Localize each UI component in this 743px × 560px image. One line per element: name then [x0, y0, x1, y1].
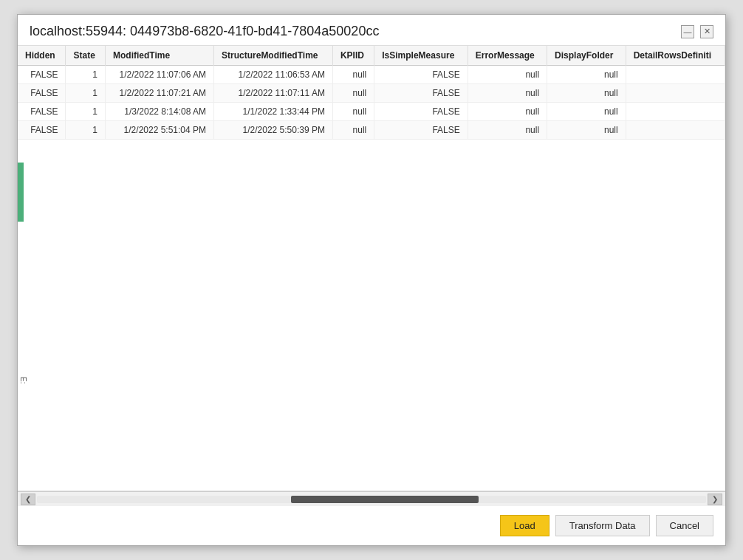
table-cell	[626, 103, 725, 121]
left-edge-indicator	[18, 163, 24, 222]
cancel-button[interactable]: Cancel	[656, 515, 713, 536]
transform-data-button[interactable]: Transform Data	[555, 515, 650, 536]
table-row: FALSE11/2/2022 5:51:04 PM1/2/2022 5:50:3…	[18, 121, 725, 140]
table-cell: 1/2/2022 11:07:21 AM	[105, 84, 213, 103]
table-cell: 1/1/2022 1:33:44 PM	[214, 103, 333, 121]
table-cell: FALSE	[374, 121, 468, 140]
dialog-window: E: localhost:55944: 044973b8-6820-41f0-b…	[17, 14, 726, 546]
minimize-button[interactable]: —	[681, 25, 694, 38]
close-button[interactable]: ✕	[700, 25, 713, 38]
table-cell: FALSE	[18, 103, 66, 121]
table-cell: FALSE	[18, 84, 66, 103]
table-cell: null	[332, 84, 374, 103]
column-header-errormessage: ErrorMessage	[468, 46, 547, 66]
table-cell: FALSE	[18, 121, 66, 140]
table-row: FALSE11/2/2022 11:07:21 AM1/2/2022 11:07…	[18, 84, 725, 103]
column-header-displayfolder: DisplayFolder	[547, 46, 626, 66]
table-cell: 1/2/2022 11:06:53 AM	[214, 66, 333, 84]
table-cell: 1	[66, 66, 105, 84]
table-cell: 1/2/2022 11:07:06 AM	[105, 66, 213, 84]
table-cell: 1/3/2022 8:14:08 AM	[105, 103, 213, 121]
table-cell: null	[547, 121, 626, 140]
horizontal-scrollbar: ❮ ❯	[18, 491, 725, 506]
table-cell: FALSE	[374, 103, 468, 121]
column-header-issimplemeasure: IsSimpleMeasure	[374, 46, 468, 66]
table-header-row: HiddenStateModifiedTimeStructureModified…	[18, 46, 725, 66]
table-row: FALSE11/3/2022 8:14:08 AM1/1/2022 1:33:4…	[18, 103, 725, 121]
table-cell: 1	[66, 103, 105, 121]
table-cell: 1/2/2022 5:51:04 PM	[105, 121, 213, 140]
column-header-detailrowsdefiniti: DetailRowsDefiniti	[626, 46, 725, 66]
load-button[interactable]: Load	[500, 515, 549, 536]
table-cell: FALSE	[374, 84, 468, 103]
table-cell: null	[468, 84, 547, 103]
data-table: HiddenStateModifiedTimeStructureModified…	[18, 46, 725, 140]
dialog-footer: Load Transform Data Cancel	[18, 506, 725, 545]
table-row: FALSE11/2/2022 11:07:06 AM1/2/2022 11:06…	[18, 66, 725, 84]
column-header-kpiid: KPIID	[332, 46, 374, 66]
table-body: FALSE11/2/2022 11:07:06 AM1/2/2022 11:06…	[18, 66, 725, 140]
table-cell	[626, 84, 725, 103]
scrollbar-thumb[interactable]	[291, 496, 479, 503]
table-cell: 1/2/2022 5:50:39 PM	[214, 121, 333, 140]
column-header-modifiedtime: ModifiedTime	[105, 46, 213, 66]
table-cell: null	[468, 103, 547, 121]
scroll-right-button[interactable]: ❯	[708, 494, 722, 505]
scrollbar-track[interactable]	[37, 496, 706, 503]
table-cell: FALSE	[18, 66, 66, 84]
table-cell	[626, 121, 725, 140]
table-cell: null	[468, 121, 547, 140]
table-cell: null	[547, 103, 626, 121]
column-header-hidden: Hidden	[18, 46, 66, 66]
table-cell: null	[547, 66, 626, 84]
table-cell: 1	[66, 121, 105, 140]
window-controls: — ✕	[681, 25, 713, 38]
table-cell	[626, 66, 725, 84]
title-bar: localhost:55944: 044973b8-6820-41f0-bd41…	[18, 15, 725, 46]
table-cell: null	[547, 84, 626, 103]
left-edge-label: E:	[19, 377, 27, 383]
table-cell: 1/2/2022 11:07:11 AM	[214, 84, 333, 103]
table-cell: null	[332, 121, 374, 140]
dialog-title: localhost:55944: 044973b8-6820-41f0-bd41…	[30, 24, 379, 39]
table-cell: FALSE	[374, 66, 468, 84]
table-cell: null	[332, 103, 374, 121]
table-cell: null	[468, 66, 547, 84]
table-cell: 1	[66, 84, 105, 103]
scroll-left-button[interactable]: ❮	[21, 494, 35, 505]
column-header-structuremodifiedtime: StructureModifiedTime	[214, 46, 333, 66]
table-cell: null	[332, 66, 374, 84]
table-wrapper: HiddenStateModifiedTimeStructureModified…	[18, 46, 725, 491]
column-header-state: State	[66, 46, 105, 66]
